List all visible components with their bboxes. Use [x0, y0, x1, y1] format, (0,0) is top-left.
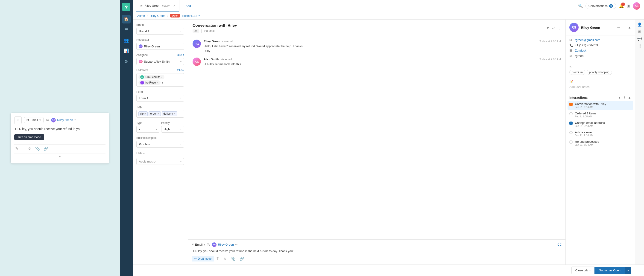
- conversations-count: 9: [609, 4, 613, 7]
- conversations-button[interactable]: Conversations 9: [586, 3, 616, 9]
- close-tab-chevron: ▾: [590, 269, 590, 272]
- tab-close-icon[interactable]: ✕: [173, 4, 176, 7]
- interaction-item[interactable]: Ordered 3 items Feb 8, 9:05 AM: [569, 112, 631, 118]
- reply-recipient[interactable]: RG Riley Green ✏: [212, 242, 238, 247]
- take-it-link[interactable]: take it: [177, 53, 184, 57]
- more-interactions-icon[interactable]: ⋮: [623, 96, 626, 99]
- tag-icon: 🏷: [569, 65, 572, 68]
- user-profile-icon[interactable]: 👤: [637, 22, 642, 27]
- add-tab-button[interactable]: + Add: [180, 4, 195, 7]
- breadcrumb: Acme › Riley Green › Open Ticket #18274: [133, 12, 644, 19]
- assignee-select[interactable]: AS Support/Alex Smith ▾: [136, 58, 184, 65]
- conversation-title: Conversation with Riley: [192, 23, 237, 28]
- user-avatar-button[interactable]: AS: [633, 2, 640, 10]
- remove-follower-kim[interactable]: ✕: [160, 76, 162, 79]
- attach-icon[interactable]: 📎: [229, 256, 237, 262]
- collapse-interactions-icon[interactable]: ▲: [628, 96, 631, 99]
- top-bar-actions: 🔍 Conversations 9 🔔 1 ⊞ AS: [578, 2, 640, 10]
- contact-email-row: ✉ rgreen@gmail.com: [569, 38, 631, 42]
- filter-icon[interactable]: ▼: [546, 26, 549, 30]
- search-button[interactable]: 🔍: [578, 4, 583, 8]
- edit-recipient-icon[interactable]: ✏: [235, 243, 238, 246]
- type-select[interactable]: - ▾: [136, 126, 160, 133]
- chevron-down-icon: ▾: [156, 128, 157, 131]
- breadcrumb-user[interactable]: Riley Green: [150, 14, 166, 17]
- message-item: RG Riley Green via email Today at 9:00 A…: [192, 40, 561, 53]
- interaction-item[interactable]: Conversation with Riley Jan 21, 6:14 AM: [568, 101, 633, 110]
- chevron-down-icon: ▾: [180, 143, 182, 145]
- type-field: Type - ▾: [136, 121, 160, 133]
- edit-contact-icon[interactable]: ✏: [617, 25, 620, 29]
- business-impact-select[interactable]: Problem ▾: [136, 141, 184, 148]
- breadcrumb-acme[interactable]: Acme: [137, 14, 145, 17]
- sidebar-item-home[interactable]: 🏠: [122, 15, 130, 23]
- contact-username-row: ◎ rgreen: [569, 54, 631, 57]
- reply-channel-selector[interactable]: ✉ Email ▾: [192, 243, 205, 246]
- sidebar-item-reports[interactable]: 📊: [122, 46, 130, 55]
- remove-tag-delivery[interactable]: ✕: [174, 113, 176, 115]
- contact-email[interactable]: rgreen@gmail.com: [575, 38, 600, 42]
- draft-mode-button[interactable]: ✏ Draft mode: [192, 256, 214, 262]
- text-format-icon[interactable]: T: [22, 146, 24, 151]
- submit-button[interactable]: Submit as Open: [594, 267, 625, 274]
- interactions-title: Interactions: [569, 96, 588, 99]
- more-contact-icon[interactable]: ⋮: [622, 25, 626, 29]
- business-impact-field: Business impact Problem ▾: [136, 136, 184, 148]
- format-icon[interactable]: ✎: [15, 146, 18, 151]
- tag-order: order ✕: [148, 111, 161, 116]
- app-logo[interactable]: [122, 3, 130, 11]
- notes-input[interactable]: Add user notes: [569, 83, 631, 90]
- form-select[interactable]: Form 1 ▾: [136, 95, 184, 101]
- cc-button[interactable]: CC: [558, 243, 562, 246]
- more-options-icon[interactable]: ⋮: [558, 26, 561, 30]
- text-format-icon[interactable]: T: [215, 256, 221, 262]
- followers-expand[interactable]: ▾: [162, 80, 163, 85]
- expand-button[interactable]: ▾: [14, 154, 106, 160]
- user-icon: ◎: [569, 54, 573, 57]
- sidebar-item-tickets[interactable]: ☰: [122, 25, 130, 34]
- priority-select[interactable]: High ▾: [161, 126, 184, 133]
- interaction-item[interactable]: Change email address Jan 21, 9:43 AM: [569, 121, 631, 127]
- brand-select[interactable]: Brand 1 ▾: [136, 28, 184, 34]
- close-tab-button[interactable]: Close tab ▾: [572, 267, 594, 274]
- sidebar-item-users[interactable]: 👥: [122, 36, 130, 45]
- recipient-selector[interactable]: RG Riley Green ✏: [51, 118, 76, 122]
- chat-icon[interactable]: 💬: [637, 37, 642, 41]
- apply-macro-select[interactable]: Apply macro ▾: [136, 158, 184, 165]
- draft-mode-tooltip: Turn on draft mode: [14, 134, 44, 140]
- edit-recipient-icon[interactable]: ✏: [74, 119, 76, 122]
- link-icon[interactable]: 🔗: [238, 256, 246, 262]
- message-body: Hi Riley, let me look into this.: [204, 62, 561, 66]
- reply-body-text[interactable]: Hi Riley, you should receive your refund…: [192, 249, 562, 254]
- emoji-icon[interactable]: ☺: [221, 256, 228, 262]
- apps-icon[interactable]: ⣿: [638, 44, 641, 48]
- contact-zendesk[interactable]: Zendesk: [575, 49, 586, 52]
- remove-tag-order[interactable]: ✕: [157, 113, 159, 115]
- breadcrumb-ticket[interactable]: Ticket #18274: [182, 14, 200, 17]
- link-icon[interactable]: 🔗: [44, 146, 48, 151]
- history-icon[interactable]: ↩: [552, 26, 555, 30]
- recipient-name: Riley Green: [57, 118, 73, 122]
- sidebar-item-settings[interactable]: ⚙: [122, 57, 130, 66]
- remove-tag-vip[interactable]: ✕: [144, 113, 146, 115]
- attach-icon[interactable]: 📎: [35, 146, 40, 151]
- email-channel-selector[interactable]: ✉ Email ▾: [24, 117, 44, 123]
- collapse-button[interactable]: ▾: [14, 116, 22, 124]
- top-bar: ✉ Riley Green #18274 ✕ + Add 🔍 Conversat…: [133, 0, 644, 12]
- compose-body[interactable]: Hi Riley, you should receive your refund…: [14, 127, 106, 131]
- notifications-button[interactable]: 🔔 1: [619, 3, 624, 8]
- collapse-contact-icon[interactable]: ▲: [628, 25, 631, 29]
- requester-input[interactable]: RG Riley Green: [136, 43, 184, 50]
- tags-input[interactable]: vip ✕ order ✕ delivery ✕: [136, 110, 184, 118]
- submit-chevron-button[interactable]: ▾: [625, 267, 631, 274]
- table-icon[interactable]: ⊞: [638, 29, 641, 34]
- remove-follower-ike[interactable]: ✕: [156, 81, 159, 84]
- filter-interactions-icon[interactable]: ▼: [618, 96, 621, 99]
- emoji-icon[interactable]: ☺: [28, 146, 32, 151]
- interaction-item[interactable]: Article viewed Jan 21, 9:14 AM: [569, 131, 631, 137]
- interaction-item[interactable]: Refund processed Jan 21, 8:14 AM: [569, 140, 631, 146]
- grid-apps-button[interactable]: ⊞: [627, 3, 630, 8]
- ticket-tab[interactable]: ✉ Riley Green #18274 ✕: [136, 0, 180, 12]
- follow-link[interactable]: follow: [177, 69, 184, 72]
- conversation-header: Conversation with Riley 2h | Via email ▼…: [188, 19, 566, 36]
